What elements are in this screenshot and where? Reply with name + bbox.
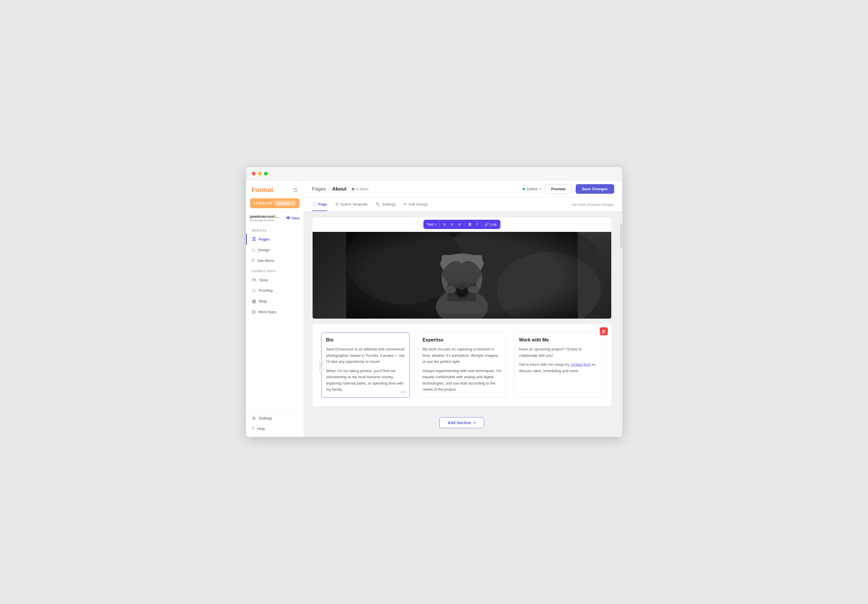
topbar: Pages › About ⬢ In Menu Online ▾ bbox=[304, 181, 622, 198]
page-tab-label: Page bbox=[318, 202, 327, 207]
bio-title: Bio bbox=[326, 337, 405, 343]
work-para-2: Get in touch with me using my contact fo… bbox=[519, 361, 597, 374]
expertise-column[interactable]: Expertise My work focuses on capturing a… bbox=[418, 332, 506, 397]
expertise-para-2: Always experimenting with new techniques… bbox=[423, 368, 501, 392]
pages-icon: ☰ bbox=[252, 236, 256, 242]
work-with-me-column[interactable]: Work with Me Have an upcoming project? I… bbox=[514, 332, 602, 397]
design-icon: ◇ bbox=[252, 247, 255, 253]
hero-photo-svg bbox=[313, 232, 611, 319]
site-menu-icon: ≡ bbox=[252, 258, 254, 263]
switch-template-icon: ⇄ bbox=[335, 202, 339, 207]
switch-template-label: Switch Template bbox=[340, 202, 367, 207]
link-button[interactable]: 🔗 Link bbox=[484, 222, 497, 227]
sidebar-item-pages[interactable]: ☰ Pages bbox=[246, 234, 304, 245]
trial-days-text: 14 days left bbox=[254, 201, 272, 205]
tab-edit-design[interactable]: ✏ Edit Design bbox=[404, 198, 428, 211]
account-info: janedovercourt.... Personal Monthly bbox=[250, 215, 279, 222]
sidebar-item-settings[interactable]: ⚙ Settings bbox=[246, 413, 304, 423]
account-plan: Personal Monthly bbox=[250, 219, 279, 222]
scrollbar-thumb[interactable] bbox=[620, 224, 622, 247]
code-icon-bio[interactable]: </> bbox=[401, 390, 406, 394]
online-label: Online bbox=[527, 187, 538, 191]
bio-para-2: When I'm not taking photos, you'll find … bbox=[326, 368, 405, 392]
sidebar-item-proofing[interactable]: ⬡ Proofing bbox=[246, 285, 304, 296]
sidebar-item-settings-label: Settings bbox=[259, 416, 272, 420]
title-bar bbox=[246, 167, 622, 181]
breadcrumb-pages[interactable]: Pages bbox=[312, 186, 326, 192]
add-section-plus-icon: + bbox=[474, 420, 476, 425]
sidebar-logo-area: Format ☰ bbox=[246, 181, 304, 198]
bio-column[interactable]: Bio Jane Dovercourt is an editorial and … bbox=[321, 332, 409, 397]
more-apps-icon: ⊞ bbox=[252, 309, 256, 315]
text-type-label: Text bbox=[426, 222, 434, 227]
svg-rect-15 bbox=[346, 232, 578, 319]
proofing-icon: ⬡ bbox=[252, 288, 256, 293]
sidebar-bottom: ⚙ Settings ? Help bbox=[246, 410, 304, 437]
in-menu-badge[interactable]: ⬢ In Menu bbox=[352, 187, 369, 191]
work-with-me-title: Work with Me bbox=[519, 337, 597, 343]
minimize-button[interactable] bbox=[258, 172, 262, 176]
scrollbar[interactable] bbox=[620, 212, 622, 437]
sidebar-item-site-menu[interactable]: ≡ Site Menu bbox=[246, 255, 304, 266]
bold-button[interactable]: B bbox=[467, 221, 473, 227]
three-col-section: 🗑 Bio Jane D bbox=[313, 324, 611, 406]
expertise-title: Expertise bbox=[423, 337, 501, 343]
drag-handle-bio[interactable] bbox=[319, 359, 324, 371]
italic-button[interactable]: I bbox=[475, 221, 479, 227]
in-menu-icon: ⬢ bbox=[352, 187, 355, 191]
breadcrumb-separator: › bbox=[328, 186, 330, 192]
page-editor: Text ▾ ≡ ≡ ≡ B I bbox=[304, 212, 620, 437]
unsaved-changes-message: You have unsaved changes bbox=[571, 203, 614, 207]
link-icon: 🔗 bbox=[484, 222, 489, 227]
sidebar-item-more-apps[interactable]: ⊞ More Apps bbox=[246, 306, 304, 317]
align-left-button[interactable]: ≡ bbox=[442, 221, 447, 227]
sidebar-item-proofing-label: Proofing bbox=[259, 288, 273, 293]
maximize-button[interactable] bbox=[264, 172, 268, 176]
website-section-label: WEBSITE bbox=[246, 225, 304, 234]
link-label: Link bbox=[490, 222, 497, 227]
toolbar-divider-3 bbox=[482, 222, 482, 227]
sidebar-item-more-apps-label: More Apps bbox=[259, 310, 276, 314]
sidebar-item-help-label: Help bbox=[257, 426, 265, 431]
apps-section-label: FORMAT APPS bbox=[246, 266, 304, 275]
app-window: Format ☰ 14 days left Upgrade → janedove… bbox=[246, 167, 622, 437]
sidebar-item-design[interactable]: ◇ Design bbox=[246, 245, 304, 255]
account-row: janedovercourt.... Personal Monthly 👁 Vi… bbox=[246, 212, 304, 225]
settings-icon: ⚙ bbox=[252, 416, 256, 421]
text-type-selector[interactable]: Text ▾ bbox=[426, 222, 437, 227]
hero-image-wrapper: Text ▾ ≡ ≡ ≡ B I bbox=[313, 232, 611, 319]
sidebar-menu-icon[interactable]: ☰ bbox=[293, 187, 298, 193]
hero-section: Text ▾ ≡ ≡ ≡ B I bbox=[313, 218, 611, 319]
tab-settings[interactable]: 🔧 Settings bbox=[376, 198, 396, 211]
online-dot bbox=[523, 188, 525, 190]
align-right-button[interactable]: ≡ bbox=[457, 221, 462, 227]
breadcrumb-about[interactable]: About bbox=[332, 186, 346, 192]
save-changes-button[interactable]: Save Changes bbox=[576, 184, 614, 194]
settings-tab-label: Settings bbox=[382, 202, 396, 207]
online-caret-icon[interactable]: ▾ bbox=[539, 187, 541, 191]
hero-image bbox=[313, 232, 611, 319]
blog-icon: ▦ bbox=[252, 298, 256, 304]
help-icon: ? bbox=[252, 426, 254, 431]
upgrade-button[interactable]: Upgrade → bbox=[274, 201, 296, 206]
drag-dots-bio bbox=[321, 363, 322, 367]
sidebar-item-help[interactable]: ? Help bbox=[246, 423, 304, 434]
bio-para-1: Jane Dovercourt is an editorial and comm… bbox=[326, 346, 405, 365]
contact-form-link[interactable]: contact form bbox=[570, 362, 591, 367]
add-section-label: Add Section bbox=[448, 420, 471, 425]
sidebar-item-store[interactable]: 🛍 Store bbox=[246, 275, 304, 285]
text-type-caret-icon: ▾ bbox=[435, 222, 437, 226]
tab-page[interactable]: 📄 Page bbox=[312, 198, 327, 211]
sidebar-item-design-label: Design bbox=[258, 248, 270, 252]
account-name: janedovercourt.... bbox=[250, 215, 279, 219]
add-section-button[interactable]: Add Section + bbox=[439, 417, 485, 428]
work-with-me-text: Have an upcoming project? I'd love to co… bbox=[519, 346, 597, 374]
align-center-button[interactable]: ≡ bbox=[449, 221, 454, 227]
trial-banner: 14 days left Upgrade → bbox=[250, 198, 299, 208]
close-button[interactable] bbox=[252, 172, 256, 176]
preview-button[interactable]: Preview bbox=[545, 184, 571, 194]
view-button[interactable]: 👁 View bbox=[286, 216, 299, 221]
sidebar-item-blog[interactable]: ▦ Blog bbox=[246, 296, 304, 306]
sidebar-item-pages-label: Pages bbox=[259, 237, 270, 241]
tab-switch-template[interactable]: ⇄ Switch Template bbox=[335, 198, 367, 211]
